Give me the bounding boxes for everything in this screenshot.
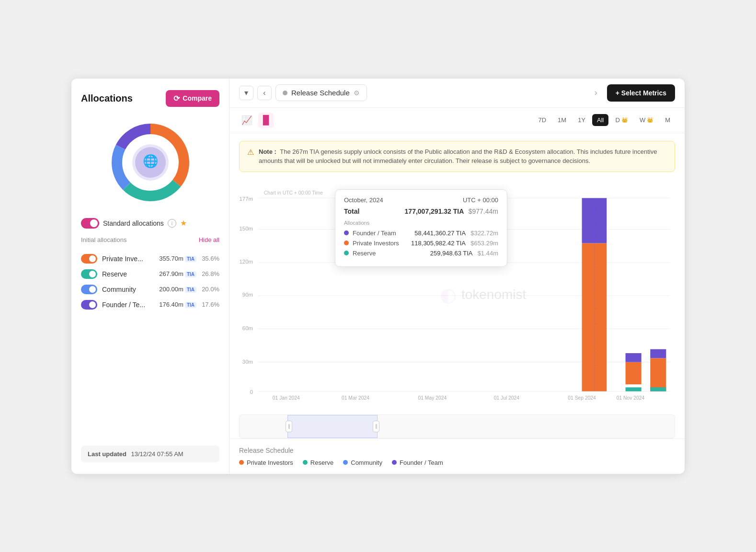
private-investors-toggle[interactable] xyxy=(81,254,97,264)
schedule-dot xyxy=(283,91,287,95)
nav-forward-button[interactable]: › xyxy=(589,86,603,100)
crown-icon: 👑 xyxy=(621,117,628,123)
founder-toggle[interactable] xyxy=(81,300,97,310)
1m-button[interactable]: 1M xyxy=(553,114,571,126)
legend-founder: Founder / Team xyxy=(392,459,443,466)
community-name: Community xyxy=(102,286,154,293)
bar-private-nov1[interactable] xyxy=(626,362,641,384)
reserve-name: Reserve xyxy=(102,270,154,278)
note-text: The 267m TIA genesis supply unlock consi… xyxy=(259,148,657,165)
legend-dot-reserve xyxy=(303,460,308,465)
nav-back-button[interactable]: ‹ xyxy=(257,86,272,100)
community-toggle[interactable] xyxy=(81,285,97,294)
reserve-amount: 267.90mTIA xyxy=(159,270,196,277)
svg-text:01 Mar 2024: 01 Mar 2024 xyxy=(342,395,369,401)
star-icon[interactable]: ★ xyxy=(180,218,187,228)
legend-label-reserve: Reserve xyxy=(310,459,333,466)
legend-community: Community xyxy=(343,459,382,466)
tooltip-reserve-val: 259,948.63 TIA $1.44m xyxy=(430,250,498,257)
line-chart-button[interactable]: 📈 xyxy=(239,113,254,128)
collapse-button[interactable]: ▾ xyxy=(239,86,253,100)
legend-row: Private Investors Reserve Community Foun… xyxy=(239,459,675,466)
compare-button[interactable]: ⟳ Compare xyxy=(166,90,219,107)
last-updated-value: 13/12/24 07:55 AM xyxy=(131,450,183,458)
bar-reserve-nov1[interactable] xyxy=(626,387,641,391)
founder-amount: 176.40mTIA xyxy=(159,301,196,308)
release-schedule-label: Release Schedule xyxy=(291,89,350,97)
bar-reserve-nov2[interactable] xyxy=(650,387,666,391)
page-title: Allocations xyxy=(81,93,133,104)
tooltip-total: Total 177,007,291.32 TIA $977.44m xyxy=(344,207,498,215)
tooltip: October, 2024 UTC + 00:00 Total 177,007,… xyxy=(335,189,507,267)
release-schedule-pill[interactable]: Release Schedule ⚙ xyxy=(275,84,367,101)
right-panel: ▾ ‹ Release Schedule ⚙ › + Select Metric… xyxy=(229,79,685,474)
select-metrics-button[interactable]: + Select Metrics xyxy=(607,84,675,102)
svg-text:120m: 120m xyxy=(240,258,253,264)
community-pct: 20.0% xyxy=(201,286,219,293)
crown-icon-w: 👑 xyxy=(647,117,653,123)
range-handle-left[interactable]: ‖ xyxy=(286,421,292,432)
svg-text:Chart in UTC + 00:00 Time: Chart in UTC + 00:00 Time xyxy=(264,190,323,196)
tooltip-founder-val: 58,441,360.27 TIA $322.72m xyxy=(414,230,498,237)
range-selection xyxy=(287,415,378,438)
tooltip-private-name: Private Investors xyxy=(353,240,411,247)
left-panel-header: Allocations ⟳ Compare xyxy=(81,90,219,107)
left-panel: Allocations ⟳ Compare xyxy=(71,79,229,474)
svg-text:🌐: 🌐 xyxy=(143,153,159,169)
tooltip-private-val: 118,305,982.42 TIA $653.29m xyxy=(411,240,498,247)
reserve-toggle[interactable] xyxy=(81,269,97,279)
reserve-pct: 26.8% xyxy=(201,270,219,277)
svg-text:60m: 60m xyxy=(242,325,253,331)
bar-private-nov2[interactable] xyxy=(650,358,666,391)
hide-all-button[interactable]: Hide all xyxy=(199,236,219,243)
svg-text:0: 0 xyxy=(250,389,253,394)
tooltip-allocations-label: Allocations xyxy=(344,220,498,226)
legend-private-investors: Private Investors xyxy=(239,459,293,466)
legend-label-private: Private Investors xyxy=(247,459,293,466)
tooltip-founder-dot xyxy=(344,230,349,235)
tooltip-private-dot xyxy=(344,241,349,245)
allocation-item-founder: Founder / Te... 176.40mTIA 17.6% xyxy=(81,297,219,312)
7d-button[interactable]: 7D xyxy=(533,114,551,126)
svg-text:01 Sep 2024: 01 Sep 2024 xyxy=(568,395,596,401)
allocations-list: Private Inve... 355.70mTIA 35.6% Reserve… xyxy=(81,251,219,312)
svg-text:01 May 2024: 01 May 2024 xyxy=(418,395,447,401)
svg-text:01 Nov 2024: 01 Nov 2024 xyxy=(617,395,645,401)
donut-chart: 🌐 xyxy=(81,115,219,210)
svg-text:01 Jul 2024: 01 Jul 2024 xyxy=(494,395,520,401)
chart-area: 177m 150m 120m 90m 60m 30m 0 xyxy=(229,180,685,414)
tooltip-item-private: Private Investors 118,305,982.42 TIA $65… xyxy=(344,240,498,247)
tia-badge-founder: TIA xyxy=(185,302,196,308)
tooltip-reserve-name: Reserve xyxy=(353,250,430,257)
range-bar[interactable]: ‖ ‖ xyxy=(239,414,675,438)
1y-button[interactable]: 1Y xyxy=(573,114,590,126)
bar-chart-button[interactable]: ▐▌ xyxy=(258,113,274,128)
allocation-item-private: Private Inve... 355.70mTIA 35.6% xyxy=(81,251,219,266)
private-investors-amount: 355.70mTIA xyxy=(159,255,196,262)
range-handle-right[interactable]: ‖ xyxy=(373,421,379,432)
chart-wrapper: 177m 150m 120m 90m 60m 30m 0 xyxy=(239,180,675,410)
d-button[interactable]: D👑 xyxy=(610,114,632,126)
allocation-item-reserve: Reserve 267.90mTIA 26.8% xyxy=(81,266,219,282)
founder-pct: 17.6% xyxy=(201,301,219,308)
initial-allocations-label: Initial allocations xyxy=(81,236,126,243)
legend-label-community: Community xyxy=(351,459,382,466)
chart-toolbar: 📈 ▐▌ 7D 1M 1Y All D👑 W👑 M xyxy=(229,108,685,133)
tooltip-total-value: 177,007,291.32 TIA $977.44m xyxy=(405,207,498,215)
bar-founder-nov1[interactable] xyxy=(626,353,641,362)
svg-text:150m: 150m xyxy=(240,225,253,231)
bar-founder-nov2[interactable] xyxy=(650,349,666,358)
private-investors-pct: 35.6% xyxy=(201,255,219,262)
all-button[interactable]: All xyxy=(592,114,608,126)
tooltip-item-founder: Founder / Team 58,441,360.27 TIA $322.72… xyxy=(344,230,498,237)
founder-name: Founder / Te... xyxy=(102,301,154,309)
compare-icon: ⟳ xyxy=(173,94,180,103)
last-updated-bar: Last updated 13/12/24 07:55 AM xyxy=(81,446,219,462)
m-period-button[interactable]: M xyxy=(660,114,675,126)
legend-reserve: Reserve xyxy=(303,459,333,466)
standard-allocations-toggle[interactable] xyxy=(81,218,99,229)
note-label: Note : xyxy=(259,148,276,155)
info-icon[interactable]: i xyxy=(168,219,176,228)
w-button[interactable]: W👑 xyxy=(635,114,658,126)
tia-badge-reserve: TIA xyxy=(185,271,196,277)
